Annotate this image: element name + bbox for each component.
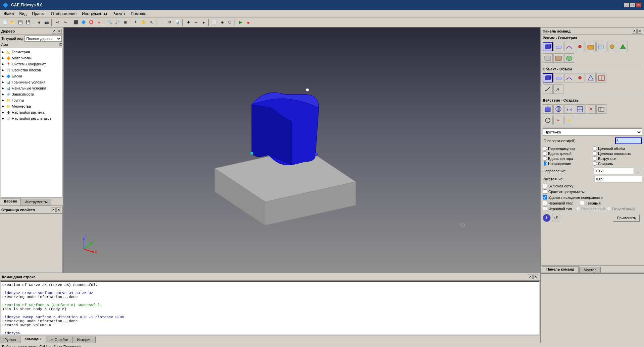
sweep-select[interactable]: Протяжка [543, 128, 642, 136]
direction-dots-button[interactable]: … [635, 168, 642, 174]
tb-extra1[interactable]: ⬜ [211, 19, 218, 26]
cmd-tab-errors[interactable]: ⚠ Ошибки [46, 337, 73, 343]
obj-btn-vertex[interactable] [575, 73, 585, 82]
tree-toggle-blocks[interactable]: ▶ [2, 74, 6, 78]
tb-point[interactable]: ● [200, 19, 207, 26]
obj-btn-solid[interactable] [543, 73, 553, 82]
act-btn-r3[interactable]: ⚡ [564, 116, 574, 125]
rb-rounded[interactable] [607, 207, 611, 211]
act-btn-2[interactable] [553, 104, 563, 114]
distance-input[interactable] [595, 176, 642, 182]
radio-spiral[interactable]: Спираль [593, 161, 642, 166]
tree-item-groups[interactable]: ▶ 📁 Группы [2, 97, 61, 103]
tb-rotate[interactable]: ↻ [132, 19, 140, 26]
cb-mesh[interactable] [543, 184, 547, 188]
tree-item-sets[interactable]: ▶ 📁 Множества [2, 103, 61, 109]
tree-toggle-geometry[interactable]: ▶ [2, 50, 6, 54]
tree-toggle-materials[interactable]: ▶ [2, 56, 6, 60]
tb-screenshot[interactable]: 📷 [43, 19, 50, 26]
tab-tree[interactable]: Дерево [0, 198, 21, 206]
radio-perpendicular[interactable]: Перпендикуляр [543, 146, 592, 151]
radio-around-axis[interactable]: Вокруг оси [593, 156, 642, 161]
obj-btn-text[interactable]: A [553, 84, 563, 94]
tree-toggle-deps[interactable]: ▶ [2, 93, 6, 96]
radio-direction[interactable]: Направление [543, 161, 592, 166]
mode-btn-r1[interactable] [543, 53, 553, 63]
cb-merge[interactable] [543, 189, 547, 194]
tb-zoom-fit[interactable]: ⊞ [121, 19, 129, 26]
tree-toggle-blockprops[interactable]: ▶ [2, 68, 6, 72]
radio-target-plane[interactable]: Целевая плоскость [593, 151, 642, 156]
tab-tools[interactable]: Инструменты [21, 199, 51, 206]
cmd-float-btn[interactable]: ↗ [528, 275, 533, 279]
tree-item-geometry[interactable]: ▶ 📐 Геометрия [2, 49, 61, 55]
mode-btn-extra1[interactable] [607, 42, 617, 51]
cb-solid[interactable] [580, 201, 584, 205]
tree-item-blocks[interactable]: ▶ 🔷 Блоки [2, 73, 61, 79]
tb-print[interactable]: 🖨 [35, 19, 43, 26]
tb-undo[interactable]: ↩ [54, 19, 61, 26]
tree-toggle-boundary[interactable]: ▶ [2, 80, 6, 84]
tree-toggle-groups[interactable]: ▶ [2, 99, 6, 102]
viewport-3d[interactable]: X Y Z [64, 27, 540, 273]
mode-btn-extra2[interactable] [618, 42, 628, 51]
tb-save[interactable]: 💾 [17, 19, 24, 26]
maximize-button[interactable]: □ [630, 3, 635, 7]
right-tab-master[interactable]: Мастер [579, 267, 601, 273]
close-button[interactable]: ✕ [636, 3, 641, 7]
tb-extra3[interactable]: ⬡ [226, 19, 234, 26]
act-btn-r2[interactable]: ✂ [553, 116, 563, 125]
tb-save-as[interactable]: 💾 [24, 19, 32, 26]
tree-item-results-settings[interactable]: ▶ 📈 Настройки результатов [2, 115, 61, 121]
tb-pan[interactable]: ✋ [140, 19, 147, 26]
tree-item-coord-systems[interactable]: ▶ 📍 Системы координат [2, 61, 61, 67]
obj-btn-mesh-surf[interactable] [596, 73, 606, 82]
tb-box[interactable]: ⬛ [72, 19, 80, 26]
tb-line[interactable]: ─ [192, 19, 200, 26]
sweep-dropdown[interactable]: Протяжка [543, 128, 642, 136]
radio-along-vector[interactable]: Вдоль вектора [543, 156, 592, 161]
mode-btn-point[interactable] [575, 42, 585, 51]
obj-btn-curve[interactable] [564, 73, 574, 82]
tb-mesh[interactable]: ⋮ [158, 19, 166, 26]
tb-select[interactable]: ↖ [148, 19, 155, 26]
cb-delete[interactable] [543, 195, 547, 199]
props-close-btn[interactable]: ✕ [56, 208, 61, 212]
act-btn-r1[interactable] [543, 116, 553, 125]
reset-btn[interactable]: ↺ [552, 214, 560, 222]
tree-item-deps[interactable]: ▶ 🔗 Зависимости [2, 91, 61, 97]
cb-draft[interactable] [543, 201, 547, 205]
radio-along-curve[interactable]: Вдоль кривой [543, 151, 592, 156]
menu-view[interactable]: Вид [17, 11, 30, 17]
menu-display[interactable]: Отображение [48, 11, 79, 17]
minimize-button[interactable]: ─ [624, 3, 629, 7]
cmd-tab-commands[interactable]: Команды [20, 336, 46, 343]
right-tab-commands[interactable]: Панель команд [542, 266, 579, 273]
tree-toggle-initial[interactable]: ▶ [2, 86, 6, 90]
mode-btn-solid[interactable] [543, 42, 553, 51]
act-btn-1[interactable] [543, 104, 553, 114]
menu-tools[interactable]: Инструменты [79, 11, 110, 17]
tree-toggle-sets[interactable]: ▶ [2, 105, 6, 108]
tb-calc[interactable]: ⚙ [166, 19, 174, 26]
tree-view-select[interactable]: Полное дерево [24, 36, 62, 42]
mode-btn-group[interactable] [586, 42, 596, 51]
menu-file[interactable]: Файл [1, 11, 17, 17]
tb-crosshair[interactable]: ✚ [185, 19, 192, 26]
cb-draft-type[interactable] [543, 207, 547, 211]
act-btn-delete[interactable]: ✕ [586, 104, 596, 114]
tb-open[interactable]: 📂 [9, 19, 16, 26]
tb-cylinder[interactable]: 🔷 [80, 19, 87, 26]
radio-target-vol[interactable]: Целевой объём [593, 146, 642, 151]
cmd-close-btn[interactable]: ✕ [533, 275, 538, 279]
act-btn-3[interactable] [564, 104, 574, 114]
info-btn[interactable]: ℹ [543, 214, 551, 222]
tb-new[interactable]: 📄 [1, 19, 9, 26]
tree-item-block-props[interactable]: ▶ 📋 Свойства блоков [2, 67, 61, 73]
tb-redo[interactable]: ↪ [61, 19, 69, 26]
tree-item-calc-settings[interactable]: ▶ ⚙ Настройки расчёта [2, 109, 61, 115]
mode-btn-surface[interactable] [553, 42, 563, 51]
tree-item-boundary[interactable]: ▶ 📊 Граничные условия [2, 79, 61, 85]
id-surface-input[interactable] [615, 137, 642, 144]
tree-content[interactable]: ▶ 📐 Геометрия ▶ 🔶 Материалы ▶ 📍 Системы … [1, 48, 62, 197]
